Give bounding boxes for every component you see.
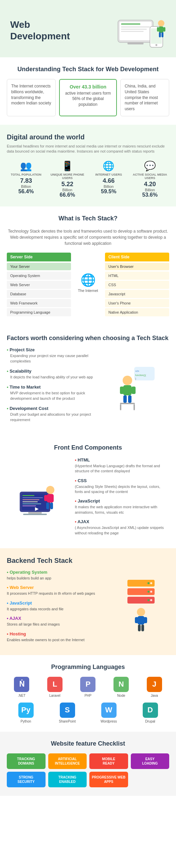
svg-point-51 <box>147 591 149 593</box>
fe-list: HTML (Hypertext Markup Language) drafts … <box>75 457 169 540</box>
svg-rect-26 <box>120 403 135 404</box>
svg-text:</>: </> <box>135 370 139 373</box>
internet-label: The Internet <box>78 289 98 293</box>
checklist-row-1: TRACKING DOMAINSARTIFICIAL INTELLIGENCEM… <box>7 753 169 769</box>
fe-illustration: ▶ <box>7 457 70 540</box>
stat-label: Unique More Phone Users <box>48 173 87 180</box>
stat-unit: Billion <box>48 188 87 192</box>
backend-item: • Web Server It processes HTTP requests … <box>7 585 108 596</box>
svg-rect-43 <box>50 502 53 509</box>
backend-list: • Operating System helps builders build … <box>7 570 108 647</box>
internet-globe-icon: 🌐 <box>81 273 96 287</box>
checklist-item: STRONG SECURITY <box>7 772 46 787</box>
info-box-center: Over 43.3 billion active internet users … <box>59 79 117 116</box>
lang-label: SharePoint <box>59 719 75 723</box>
stat-value: 7.83 <box>7 177 46 184</box>
backend-illustration <box>113 570 169 647</box>
svg-rect-14 <box>157 27 159 32</box>
stat-percent: 59.5% <box>89 189 128 195</box>
fe-content: ▶ HTML (Hypertext Markup Language) draft… <box>7 457 169 540</box>
svg-text:▶: ▶ <box>35 506 39 511</box>
languages-section: Programming Languages Ṅ .NET L Laravel P… <box>0 655 176 732</box>
fe-item-desc: ( Asynchronous JavaScript and XML) updat… <box>75 525 169 536</box>
lang-icon: N <box>113 677 129 692</box>
lang-label: Laravel <box>49 694 60 697</box>
factor-title: Development Cost <box>7 406 101 411</box>
svg-rect-58 <box>138 625 141 631</box>
lang-item: Ṅ .NET <box>7 677 37 697</box>
backend-title: Backend Tech Stack <box>7 557 169 565</box>
backend-item: • Operating System helps builders build … <box>7 570 108 581</box>
stat-item: 📱 Unique More Phone Users 5.22 Billion 6… <box>48 160 87 198</box>
client-item: Native Application <box>105 308 169 316</box>
lang-label: Java <box>151 694 158 697</box>
fe-item-desc: It makes the web application more intera… <box>75 505 169 515</box>
lang-label: .NET <box>18 694 25 697</box>
svg-rect-36 <box>22 506 36 506</box>
lang-row1: Ṅ .NET L Laravel P PHP N Node J Java <box>7 677 169 697</box>
lang-label: Wordpress <box>101 719 117 723</box>
factor-desc: Draft your budget and allocations for yo… <box>7 412 101 422</box>
server-side-label: Server Side <box>7 253 71 261</box>
understanding-title: Understanding Tech Stack for Web Develop… <box>7 66 169 73</box>
highlight-text: Over 43.3 billion <box>70 84 106 90</box>
stat-label: Total Population <box>7 173 46 176</box>
center-desc: active internet users form 56% of the gl… <box>64 91 112 107</box>
factor-desc: Expanding your project size may cause pa… <box>7 353 101 364</box>
svg-rect-25 <box>128 395 131 403</box>
stat-label: Internet Users <box>89 173 128 176</box>
svg-rect-2 <box>127 42 143 44</box>
svg-rect-11 <box>159 26 163 33</box>
server-side: Server Side Your Server Operating System… <box>7 253 71 317</box>
backend-item-title: • Operating System <box>7 570 108 575</box>
techstack-diagram: Server Side Your Server Operating System… <box>7 253 169 317</box>
svg-rect-5 <box>121 29 147 30</box>
checklist-item: TRACKING DOMAINS <box>7 753 46 769</box>
svg-text:function(){: function(){ <box>135 374 146 377</box>
svg-rect-33 <box>22 499 39 500</box>
svg-point-39 <box>46 486 54 494</box>
fe-item-desc: (Cascading Style Sheets) depicts the lay… <box>75 484 169 495</box>
stat-value: 5.22 <box>48 181 87 188</box>
server-item: Programming Language <box>7 308 71 316</box>
svg-rect-16 <box>134 367 155 380</box>
backend-item-desc: Stores all large files and images <box>7 622 108 627</box>
techstack-section: What is Tech Stack? Technology Stack den… <box>0 206 176 326</box>
techstack-title: What is Tech Stack? <box>7 215 169 222</box>
stat-item: 🌐 Internet Users 4.66 Billion 59.5% <box>89 160 128 198</box>
stat-icon: 📱 <box>48 160 87 172</box>
svg-rect-23 <box>131 387 136 394</box>
svg-rect-41 <box>44 495 48 501</box>
checklist-section: Website feature Checklist TRACKING DOMAI… <box>0 732 176 796</box>
lang-item: W Wordpress <box>90 703 128 723</box>
backend-content: • Operating System helps builders build … <box>7 570 169 647</box>
svg-rect-13 <box>161 32 163 37</box>
svg-rect-42 <box>46 502 49 509</box>
factors-content: Project Size Expanding your project size… <box>7 347 169 427</box>
svg-point-9 <box>155 44 157 46</box>
svg-point-53 <box>147 599 149 601</box>
backend-item-title: • AJAX <box>7 616 108 621</box>
lang-icon: D <box>143 703 158 718</box>
svg-rect-21 <box>123 385 131 395</box>
svg-rect-32 <box>22 497 43 498</box>
digital-title: Digital around the world <box>7 133 169 141</box>
svg-rect-12 <box>159 32 161 37</box>
lang-item: N Node <box>106 677 136 697</box>
browser-label: User's Browser <box>105 263 169 270</box>
fe-item: HTML (Hypertext Markup Language) drafts … <box>75 457 169 474</box>
svg-rect-6 <box>121 31 143 32</box>
checklist-row-2: STRONG SECURITYTRACKING ENABLEDPROGRESSI… <box>7 772 169 787</box>
backend-item-title: • Web Server <box>7 585 108 590</box>
svg-point-49 <box>147 582 149 584</box>
svg-rect-59 <box>141 625 144 631</box>
fe-item: AJAX ( Asynchronous JavaScript and XML) … <box>75 519 169 536</box>
factors-list: Project Size Expanding your project size… <box>7 347 101 427</box>
frontend-title: Front End Components <box>7 444 169 451</box>
svg-point-54 <box>137 608 145 616</box>
digital-subtitle: Essential headlines for more internet an… <box>7 144 169 154</box>
stat-icon: 👥 <box>7 160 46 172</box>
svg-rect-55 <box>138 616 144 625</box>
factor-desc: It depicts the load handling ability of … <box>7 375 101 380</box>
fe-item-desc: (Hypertext Markup Language) drafts the f… <box>75 463 169 474</box>
